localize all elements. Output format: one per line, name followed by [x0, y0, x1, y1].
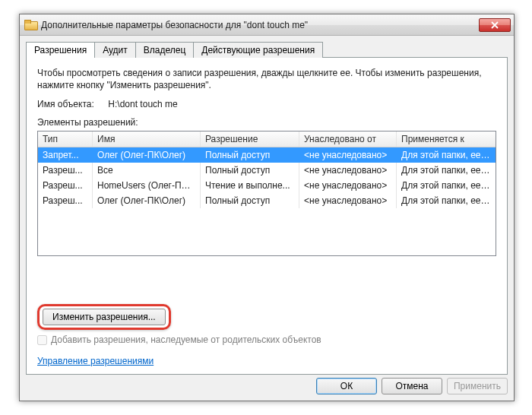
- cell-type: Разреш...: [38, 163, 93, 178]
- cancel-button[interactable]: Отмена: [382, 378, 442, 394]
- table-row[interactable]: Разреш...HomeUsers (Олег-ПК\H...Чтение и…: [38, 178, 496, 193]
- dialog-buttons: ОК Отмена Применить: [316, 378, 508, 394]
- permissions-list[interactable]: Тип Имя Разрешение Унаследовано от Приме…: [37, 131, 496, 256]
- cell-applies: Для этой папки, ее под...: [397, 193, 496, 208]
- tabbar: Разрешения Аудит Владелец Действующие ра…: [26, 42, 508, 58]
- ok-button[interactable]: ОК: [316, 378, 377, 394]
- object-label: Имя объекта:: [37, 99, 106, 109]
- cell-name: Олег (Олег-ПК\Олег): [93, 193, 201, 208]
- cell-inherited: <не унаследовано>: [299, 147, 397, 163]
- cell-type: Разреш...: [38, 178, 93, 193]
- header-name[interactable]: Имя: [93, 131, 201, 147]
- cell-name: Все: [93, 163, 201, 178]
- tab-permissions[interactable]: Разрешения: [26, 42, 95, 58]
- tab-audit[interactable]: Аудит: [94, 42, 136, 58]
- cell-permission: Полный доступ: [201, 163, 299, 178]
- apply-button: Применить: [447, 378, 508, 394]
- cell-inherited: <не унаследовано>: [299, 163, 397, 178]
- manage-permissions-link[interactable]: Управление разрешениями: [37, 356, 154, 366]
- cell-applies: Для этой папки, ее под...: [397, 178, 496, 193]
- intro-text: Чтобы просмотреть сведения о записи разр…: [37, 67, 496, 91]
- change-permissions-button[interactable]: Изменить разрешения...: [43, 309, 166, 325]
- cell-name: Олег (Олег-ПК\Олег): [93, 147, 201, 163]
- cell-type: Разреш...: [38, 193, 93, 208]
- inherit-checkbox-label: Добавить разрешения, наследуемые от роди…: [51, 334, 321, 345]
- close-button[interactable]: [479, 18, 511, 32]
- table-row[interactable]: Разреш...ВсеПолный доступ<не унаследован…: [38, 163, 496, 178]
- list-label: Элементы разрешений:: [37, 117, 496, 128]
- cell-applies: Для этой папки, ее под...: [397, 163, 496, 178]
- cell-name: HomeUsers (Олег-ПК\H...: [93, 178, 201, 193]
- security-dialog: Дополнительные параметры безопасности дл…: [19, 14, 515, 401]
- tab-owner[interactable]: Владелец: [135, 42, 195, 58]
- titlebar[interactable]: Дополнительные параметры безопасности дл…: [20, 14, 514, 36]
- cell-permission: Полный доступ: [201, 147, 299, 163]
- tab-effective[interactable]: Действующие разрешения: [193, 42, 323, 58]
- highlight-ring: Изменить разрешения...: [37, 304, 171, 330]
- cell-type: Запрет...: [38, 147, 93, 163]
- cell-permission: Полный доступ: [201, 193, 299, 208]
- object-value: H:\dont touch me: [108, 99, 177, 109]
- cell-inherited: <не унаследовано>: [299, 193, 397, 208]
- header-inherited[interactable]: Унаследовано от: [299, 131, 397, 147]
- cell-applies: Для этой папки, ее под...: [397, 147, 496, 163]
- object-row: Имя объекта: H:\dont touch me: [37, 99, 496, 109]
- header-applies[interactable]: Применяется к: [397, 131, 496, 147]
- close-icon: [492, 22, 498, 28]
- tab-pane: Чтобы просмотреть сведения о записи разр…: [26, 57, 508, 375]
- cell-permission: Чтение и выполне...: [201, 178, 299, 193]
- inherit-checkbox-row: Добавить разрешения, наследуемые от роди…: [37, 334, 321, 345]
- cell-inherited: <не унаследовано>: [299, 178, 397, 193]
- list-header: Тип Имя Разрешение Унаследовано от Приме…: [38, 131, 496, 147]
- table-row[interactable]: Запрет...Олег (Олег-ПК\Олег)Полный досту…: [38, 147, 496, 163]
- inherit-checkbox: [37, 335, 47, 345]
- folder-icon: [24, 20, 36, 30]
- window-title: Дополнительные параметры безопасности дл…: [41, 20, 479, 30]
- header-permission[interactable]: Разрешение: [201, 131, 299, 147]
- table-row[interactable]: Разреш...Олег (Олег-ПК\Олег)Полный досту…: [38, 193, 496, 208]
- header-type[interactable]: Тип: [38, 131, 93, 147]
